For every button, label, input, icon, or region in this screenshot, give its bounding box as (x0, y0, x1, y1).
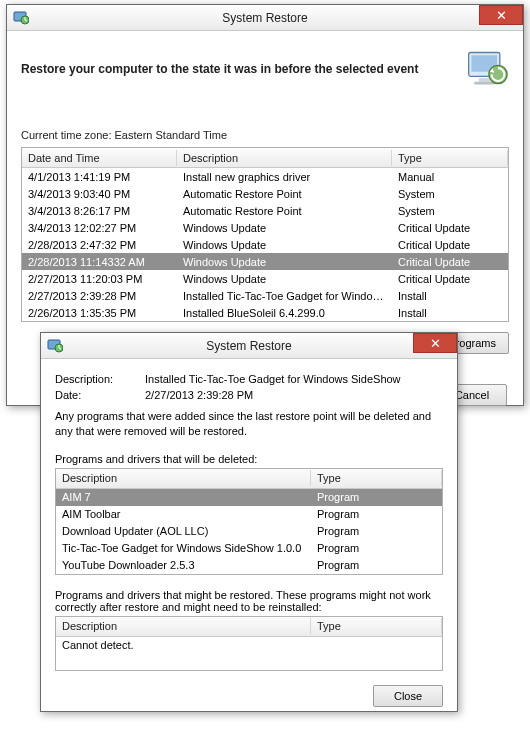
cell: Installed BlueSoleil 6.4.299.0 (177, 305, 392, 321)
cell: System (392, 203, 508, 219)
cell: 2/28/2013 11:14332 AM (22, 254, 177, 270)
restore-monitor-icon (465, 47, 509, 91)
titlebar[interactable]: System Restore ✕ (41, 333, 457, 359)
desc-label: Description: (55, 373, 145, 385)
cell: 2/27/2013 2:39:28 PM (22, 288, 177, 304)
restored-table[interactable]: Description Type Cannot detect. (55, 616, 443, 671)
svg-rect-5 (474, 82, 494, 85)
date-label: Date: (55, 389, 145, 401)
cell: Windows Update (177, 220, 392, 236)
affected-programs-window: System Restore ✕ Description: Installed … (40, 332, 458, 712)
cell: 3/4/2013 12:02:27 PM (22, 220, 177, 236)
close-button[interactable]: ✕ (479, 5, 523, 25)
svg-rect-4 (479, 78, 490, 82)
cell: YouTube Downloader 2.5.3 (56, 557, 311, 573)
table-row[interactable]: 4/1/2013 1:41:19 PMInstall new graphics … (22, 168, 508, 185)
cell: Program (311, 540, 442, 556)
cell: Program (311, 506, 442, 522)
cell: Critical Update (392, 237, 508, 253)
cell: Critical Update (392, 220, 508, 236)
titlebar[interactable]: System Restore ✕ (7, 5, 523, 31)
col-desc[interactable]: Description (177, 150, 392, 166)
cell: Install (392, 288, 508, 304)
cell: 3/4/2013 8:26:17 PM (22, 203, 177, 219)
table-row[interactable]: 2/28/2013 2:47:32 PMWindows UpdateCritic… (22, 236, 508, 253)
cell: Manual (392, 169, 508, 185)
table-row[interactable]: 2/27/2013 2:39:28 PMInstalled Tic-Tac-To… (22, 287, 508, 304)
cell: Windows Update (177, 254, 392, 270)
window-title: System Restore (7, 11, 523, 25)
cell: Tic-Tac-Toe Gadget for Windows SideShow … (56, 540, 311, 556)
cell: AIM 7 (56, 489, 311, 505)
cell: Install new graphics driver (177, 169, 392, 185)
cell: Program (311, 557, 442, 573)
cell: 2/28/2013 2:47:32 PM (22, 237, 177, 253)
cell: Automatic Restore Point (177, 186, 392, 202)
window-title: System Restore (41, 339, 457, 353)
table-row[interactable]: 2/27/2013 11:20:03 PMWindows UpdateCriti… (22, 270, 508, 287)
timezone-label: Current time zone: Eastern Standard Time (21, 129, 509, 141)
table-row[interactable]: 3/4/2013 8:26:17 PMAutomatic Restore Poi… (22, 202, 508, 219)
banner-heading: Restore your computer to the state it wa… (21, 62, 418, 76)
table-row[interactable]: Download Updater (AOL LLC)Program (56, 523, 442, 540)
cell: 2/27/2013 11:20:03 PM (22, 271, 177, 287)
table-row[interactable]: Tic-Tac-Toe Gadget for Windows SideShow … (56, 540, 442, 557)
cell: System (392, 186, 508, 202)
note-text: Any programs that were added since the l… (55, 409, 443, 439)
table-header: Description Type (56, 469, 442, 489)
close-icon: ✕ (496, 8, 507, 23)
table-header: Date and Time Description Type (22, 148, 508, 168)
close-dialog-button[interactable]: Close (373, 685, 443, 707)
table-row[interactable]: AIM ToolbarProgram (56, 506, 442, 523)
table-row[interactable]: 2/28/2013 11:14332 AMWindows UpdateCriti… (22, 253, 508, 270)
table-row[interactable]: 3/4/2013 9:03:40 PMAutomatic Restore Poi… (22, 185, 508, 202)
date-value: 2/27/2013 2:39:28 PM (145, 389, 443, 401)
cell: Program (311, 489, 442, 505)
content-area: Description: Installed Tic-Tac-Toe Gadge… (41, 359, 457, 717)
cell: Critical Update (392, 254, 508, 270)
restored-heading: Programs and drivers that might be resto… (55, 589, 443, 613)
table-header: Description Type (56, 617, 442, 637)
cell: Automatic Restore Point (177, 203, 392, 219)
col-type[interactable]: Type (311, 470, 442, 486)
col-type[interactable]: Type (311, 618, 442, 634)
close-button[interactable]: ✕ (413, 333, 457, 353)
cell: Installed Tic-Tac-Toe Gadget for Windows… (177, 288, 392, 304)
cell: Windows Update (177, 271, 392, 287)
desc-value: Installed Tic-Tac-Toe Gadget for Windows… (145, 373, 443, 385)
col-desc[interactable]: Description (56, 470, 311, 486)
col-type[interactable]: Type (392, 150, 508, 166)
deleted-table[interactable]: Description Type AIM 7ProgramAIM Toolbar… (55, 468, 443, 575)
banner: Restore your computer to the state it wa… (21, 41, 509, 99)
cell: Program (311, 523, 442, 539)
cell (311, 643, 442, 647)
cell: Download Updater (AOL LLC) (56, 523, 311, 539)
system-restore-icon (13, 10, 29, 26)
table-row[interactable]: 2/26/2013 1:35:35 PMInstalled BlueSoleil… (22, 304, 508, 321)
table-row[interactable]: AIM 7Program (56, 489, 442, 506)
cell: Cannot detect. (56, 637, 311, 653)
table-row[interactable]: YouTube Downloader 2.5.3Program (56, 557, 442, 574)
cell: Install (392, 305, 508, 321)
cell: 4/1/2013 1:41:19 PM (22, 169, 177, 185)
cell: Windows Update (177, 237, 392, 253)
system-restore-icon (47, 338, 63, 354)
cell: Critical Update (392, 271, 508, 287)
cell: 2/26/2013 1:35:35 PM (22, 305, 177, 321)
col-date[interactable]: Date and Time (22, 150, 177, 166)
col-desc[interactable]: Description (56, 618, 311, 634)
restore-points-table[interactable]: Date and Time Description Type 4/1/2013 … (21, 147, 509, 322)
table-row[interactable]: 3/4/2013 12:02:27 PMWindows UpdateCritic… (22, 219, 508, 236)
table-row[interactable]: Cannot detect. (56, 637, 442, 654)
close-icon: ✕ (430, 336, 441, 351)
cell: 3/4/2013 9:03:40 PM (22, 186, 177, 202)
cell: AIM Toolbar (56, 506, 311, 522)
deleted-heading: Programs and drivers that will be delete… (55, 453, 443, 465)
